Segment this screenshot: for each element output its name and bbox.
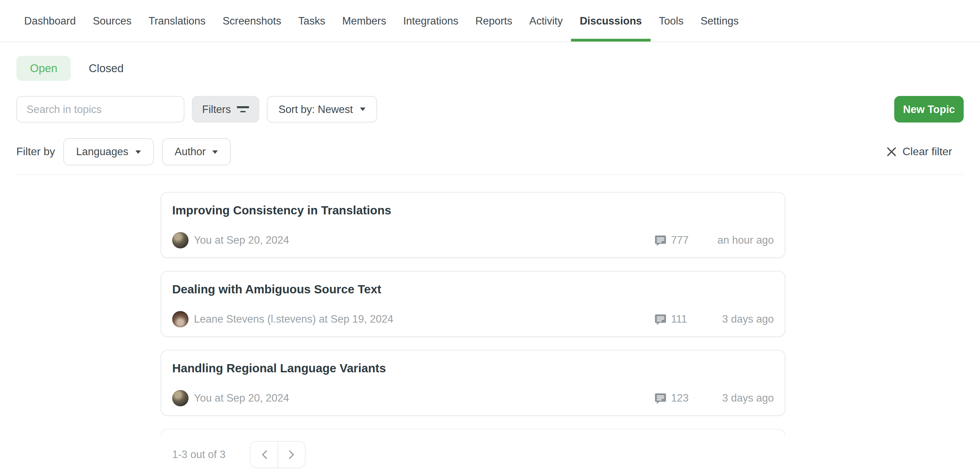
pagination-summary: 1-3 out of 3 — [172, 448, 226, 461]
discussion-author: You at Sep 20, 2024 — [172, 232, 655, 248]
new-topic-button[interactable]: New Topic — [894, 96, 964, 122]
clear-filter-label: Clear filter — [902, 146, 952, 158]
author-name: Leane Stevens (l.stevens) at Sep 19, 202… — [194, 313, 393, 325]
author-dropdown[interactable]: Author — [162, 138, 231, 165]
sort-by-label: Sort by: Newest — [278, 103, 353, 115]
chevron-left-icon — [261, 450, 267, 459]
discussion-list: Improving Consistency in Translations Yo… — [161, 192, 785, 416]
pagination: 1-3 out of 3 — [161, 441, 785, 468]
discussion-author: You at Sep 20, 2024 — [172, 390, 655, 406]
discussion-time: 3 days ago — [695, 392, 774, 404]
comment-count-group: 777 — [655, 234, 695, 246]
discussion-title[interactable]: Dealing with Ambiguous Source Text — [172, 283, 774, 297]
discussion-title[interactable]: Handling Regional Language Variants — [172, 361, 774, 376]
avatar — [172, 311, 189, 327]
discussion-title[interactable]: Improving Consistency in Translations — [172, 203, 774, 218]
discussion-card[interactable]: Dealing with Ambiguous Source Text Leane… — [161, 271, 785, 337]
discussion-time: 3 days ago — [695, 313, 774, 325]
discussion-author: Leane Stevens (l.stevens) at Sep 19, 202… — [172, 311, 655, 327]
comment-count: 123 — [671, 392, 689, 404]
nav-item-integrations[interactable]: Integrations — [395, 0, 467, 41]
discussion-meta: You at Sep 20, 2024 777 an hour ago — [172, 232, 774, 248]
status-tabs: Open Closed — [16, 56, 964, 81]
discussion-time: an hour ago — [695, 234, 774, 246]
clear-filter-button[interactable]: Clear filter — [887, 146, 952, 158]
nav-item-discussions[interactable]: Discussions — [571, 0, 651, 41]
comment-count: 777 — [671, 234, 689, 246]
nav-item-reports[interactable]: Reports — [467, 0, 521, 41]
discussion-card[interactable]: Handling Regional Language Variants You … — [161, 350, 785, 416]
comment-count-group: 111 — [655, 313, 695, 325]
avatar — [172, 390, 189, 406]
chevron-right-icon — [289, 450, 295, 459]
comment-bubble-icon — [655, 313, 666, 325]
nav-item-screenshots[interactable]: Screenshots — [214, 0, 290, 41]
nav-item-settings[interactable]: Settings — [692, 0, 747, 41]
chevron-down-icon — [360, 108, 365, 111]
tab-open[interactable]: Open — [16, 56, 71, 81]
close-icon — [887, 147, 896, 157]
filters-button-label: Filters — [202, 103, 231, 115]
prev-page-button[interactable] — [251, 442, 278, 467]
nav-item-activity[interactable]: Activity — [521, 0, 571, 41]
author-name: You at Sep 20, 2024 — [194, 392, 289, 404]
search-input[interactable] — [16, 96, 185, 122]
discussion-meta: You at Sep 20, 2024 123 3 days ago — [172, 390, 774, 406]
avatar — [172, 232, 189, 248]
author-name: You at Sep 20, 2024 — [194, 234, 289, 246]
filters-button[interactable]: Filters — [192, 96, 259, 122]
languages-dropdown-label: Languages — [76, 146, 128, 158]
chevron-down-icon — [135, 150, 140, 154]
nav-item-translations[interactable]: Translations — [140, 0, 214, 41]
section-divider — [16, 174, 964, 175]
comment-bubble-icon — [655, 234, 666, 246]
pager-group — [250, 441, 306, 468]
nav-item-dashboard[interactable]: Dashboard — [16, 0, 84, 41]
sort-by-button[interactable]: Sort by: Newest — [267, 96, 377, 122]
author-dropdown-label: Author — [175, 146, 205, 158]
nav-item-tasks[interactable]: Tasks — [290, 0, 334, 41]
nav-item-members[interactable]: Members — [334, 0, 395, 41]
discussion-meta: Leane Stevens (l.stevens) at Sep 19, 202… — [172, 311, 774, 327]
next-page-button[interactable] — [278, 442, 305, 467]
comment-bubble-icon — [655, 393, 666, 404]
top-nav: Dashboard Sources Translations Screensho… — [0, 0, 980, 42]
nav-item-sources[interactable]: Sources — [84, 0, 140, 41]
filter-lines-icon — [237, 106, 249, 112]
chevron-down-icon — [213, 150, 218, 154]
tab-closed[interactable]: Closed — [75, 56, 137, 81]
comment-count-group: 123 — [655, 392, 695, 404]
toolbar: Filters Sort by: Newest New Topic — [16, 96, 964, 122]
list-end-divider — [161, 429, 785, 435]
nav-item-tools[interactable]: Tools — [650, 0, 692, 41]
filter-by-label: Filter by — [16, 146, 55, 158]
comment-count: 111 — [671, 313, 687, 325]
discussion-card[interactable]: Improving Consistency in Translations Yo… — [161, 192, 785, 258]
filter-bar: Filter by Languages Author Clear filter — [16, 138, 964, 165]
languages-dropdown[interactable]: Languages — [63, 138, 153, 165]
